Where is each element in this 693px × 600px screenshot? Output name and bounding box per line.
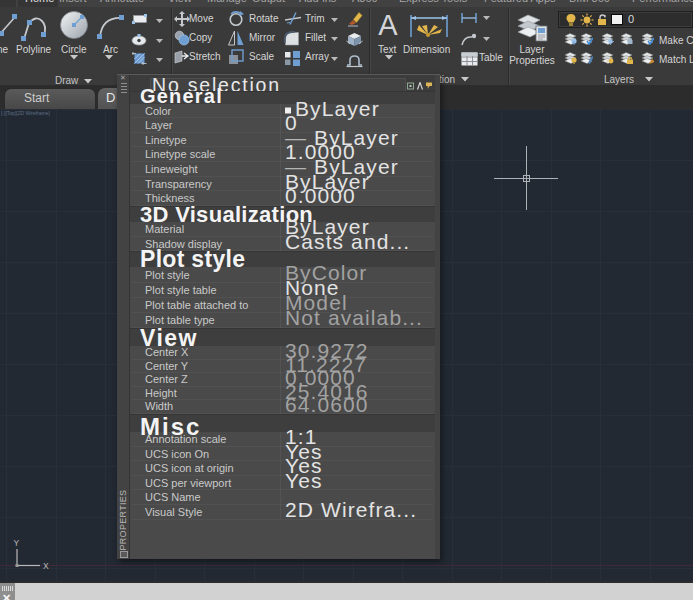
svg-text:X: X [43,560,49,570]
svg-text:Y: Y [14,538,20,548]
